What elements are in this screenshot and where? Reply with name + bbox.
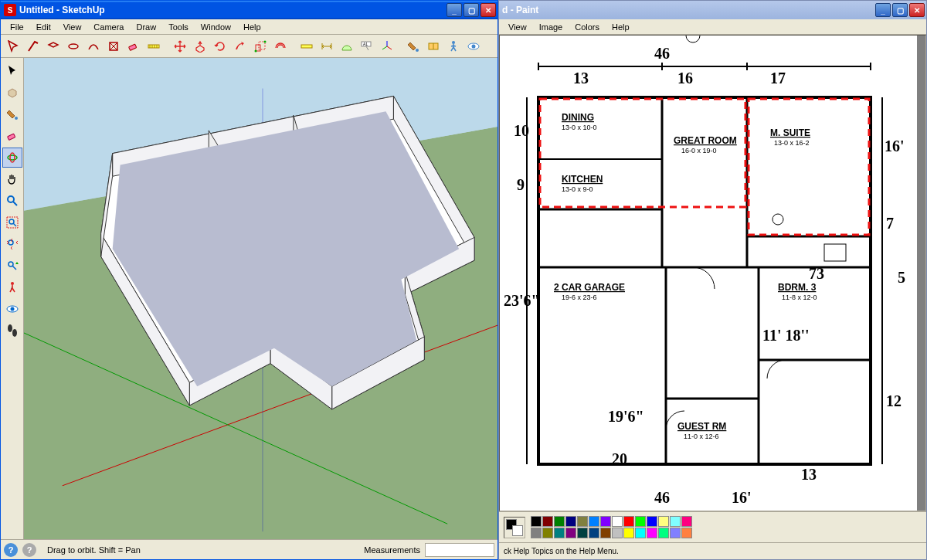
select-tool-icon[interactable] xyxy=(2,61,22,81)
palette-swatch[interactable] xyxy=(577,516,588,527)
paint-menu-view[interactable]: View xyxy=(502,21,533,33)
palette-swatch[interactable] xyxy=(542,516,553,527)
palette-swatch[interactable] xyxy=(612,516,623,527)
palette-swatch[interactable] xyxy=(600,528,611,538)
pushpull-icon[interactable] xyxy=(191,37,209,56)
sketchup-viewport[interactable] xyxy=(24,58,497,539)
paint-titlebar[interactable]: d - Paint _ ▢ ✕ xyxy=(499,1,926,19)
offset-icon[interactable] xyxy=(271,37,290,56)
palette-swatch[interactable] xyxy=(647,516,657,527)
palette-swatch[interactable] xyxy=(681,516,692,527)
position-tool-icon[interactable] xyxy=(2,277,22,297)
palette-swatch[interactable] xyxy=(635,528,646,538)
walk-icon[interactable] xyxy=(444,37,463,56)
paint-canvas[interactable]: DINING 13-0 x 10-0 GREAT ROOM 16-0 x 19-… xyxy=(500,36,917,511)
tape2-icon[interactable] xyxy=(297,37,316,56)
instructor-icon[interactable]: ? xyxy=(4,543,18,557)
svg-text:46: 46 xyxy=(654,45,670,62)
makecomp-icon[interactable] xyxy=(104,37,123,56)
paint-minimize-button[interactable]: _ xyxy=(875,3,891,17)
circle-icon[interactable] xyxy=(64,37,83,56)
paint-menu-colors[interactable]: Colors xyxy=(569,21,606,33)
palette-swatch[interactable] xyxy=(531,516,542,527)
menu-edit[interactable]: Edit xyxy=(30,21,57,33)
sketchup-titlebar[interactable]: S Untitled - SketchUp _ ▢ ✕ xyxy=(1,1,497,19)
lookaround-tool-icon[interactable] xyxy=(2,299,22,319)
sketchup-window: S Untitled - SketchUp _ ▢ ✕ File Edit Vi… xyxy=(0,0,498,560)
palette-swatch[interactable] xyxy=(542,528,553,538)
select-icon[interactable] xyxy=(4,37,22,56)
palette-swatch[interactable] xyxy=(554,528,565,538)
rotate-icon[interactable] xyxy=(211,37,229,56)
palette-swatch[interactable] xyxy=(612,528,623,538)
palette-swatch[interactable] xyxy=(600,516,611,527)
paint-maximize-button[interactable]: ▢ xyxy=(892,3,908,17)
palette-swatch[interactable] xyxy=(670,528,681,538)
protractor-icon[interactable] xyxy=(338,37,356,56)
paint-menu-help[interactable]: Help xyxy=(606,21,636,33)
text-icon[interactable]: A1 xyxy=(358,37,376,56)
menu-file[interactable]: File xyxy=(4,21,30,33)
section-icon[interactable] xyxy=(424,37,443,56)
palette-swatch[interactable] xyxy=(623,516,634,527)
look-icon[interactable] xyxy=(464,37,483,56)
move-icon[interactable] xyxy=(171,37,189,56)
zoomextents-tool-icon[interactable] xyxy=(2,234,22,254)
eraser-tool-icon[interactable] xyxy=(2,126,22,146)
minimize-button[interactable]: _ xyxy=(447,3,462,17)
previous-tool-icon[interactable] xyxy=(2,256,22,276)
palette-swatch[interactable] xyxy=(623,528,634,538)
menu-help[interactable]: Help xyxy=(237,21,267,33)
paint-canvas-area[interactable]: DINING 13-0 x 10-0 GREAT ROOM 16-0 x 19-… xyxy=(499,35,926,511)
palette-swatch[interactable] xyxy=(554,516,565,527)
rectangle-icon[interactable] xyxy=(44,37,63,56)
palette-swatch[interactable] xyxy=(589,516,599,527)
arc-icon[interactable] xyxy=(84,37,103,56)
component-tool-icon[interactable] xyxy=(2,83,22,103)
color-picker-icon[interactable] xyxy=(504,517,525,538)
palette-swatch[interactable] xyxy=(647,528,657,538)
room-garage-label: 2 CAR GARAGE xyxy=(554,282,625,293)
menu-tools[interactable]: Tools xyxy=(162,21,195,33)
axes-icon[interactable] xyxy=(378,37,396,56)
palette-swatch[interactable] xyxy=(565,516,576,527)
paint-title: d - Paint xyxy=(502,5,875,15)
palette-swatch[interactable] xyxy=(658,516,669,527)
svg-point-66 xyxy=(772,214,783,225)
palette-swatch[interactable] xyxy=(589,528,599,538)
measurements-input[interactable] xyxy=(425,543,494,557)
close-button[interactable]: ✕ xyxy=(480,3,496,17)
help-icon[interactable]: ? xyxy=(22,543,36,557)
dimension-icon[interactable] xyxy=(317,37,336,56)
svg-text:11-8 x 12-0: 11-8 x 12-0 xyxy=(782,294,817,301)
palette-swatch[interactable] xyxy=(635,516,646,527)
pan-tool-icon[interactable] xyxy=(2,169,22,189)
palette-swatch[interactable] xyxy=(531,528,542,538)
svg-text:13-0 x 16-2: 13-0 x 16-2 xyxy=(774,139,810,147)
zoom-tool-icon[interactable] xyxy=(2,191,22,211)
walk-tool-icon[interactable] xyxy=(2,321,22,341)
palette-grid[interactable] xyxy=(531,516,692,538)
followme-icon[interactable] xyxy=(231,37,250,56)
orbit-tool-icon[interactable] xyxy=(2,148,22,168)
palette-swatch[interactable] xyxy=(577,528,588,538)
menu-view[interactable]: View xyxy=(57,21,88,33)
tape-icon[interactable] xyxy=(144,37,163,56)
paint-menu-image[interactable]: Image xyxy=(533,21,569,33)
paintbucket-tool-icon[interactable] xyxy=(2,104,22,124)
eraser-icon[interactable] xyxy=(124,37,143,56)
palette-swatch[interactable] xyxy=(681,528,692,538)
paint-close-button[interactable]: ✕ xyxy=(909,3,925,17)
zoomwindow-tool-icon[interactable] xyxy=(2,212,22,232)
line-icon[interactable] xyxy=(24,37,42,56)
palette-swatch[interactable] xyxy=(658,528,669,538)
palette-swatch[interactable] xyxy=(670,516,681,527)
svg-text:12: 12 xyxy=(886,392,902,409)
palette-swatch[interactable] xyxy=(565,528,576,538)
maximize-button[interactable]: ▢ xyxy=(464,3,479,17)
menu-window[interactable]: Window xyxy=(195,21,237,33)
menu-camera[interactable]: Camera xyxy=(87,21,130,33)
menu-draw[interactable]: Draw xyxy=(130,21,162,33)
paint-icon[interactable] xyxy=(404,37,423,56)
scale-icon[interactable] xyxy=(251,37,270,56)
